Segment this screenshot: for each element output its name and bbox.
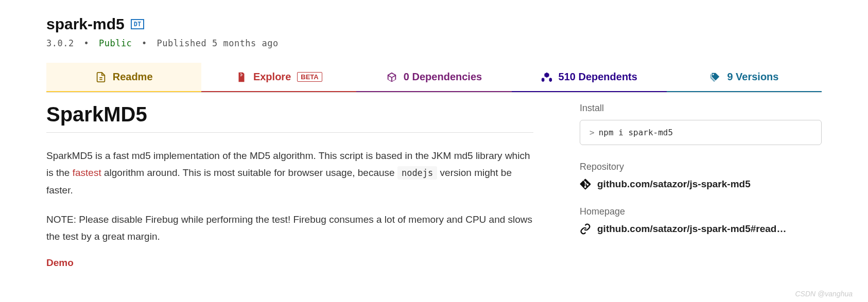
cubes-icon: [541, 72, 552, 83]
demo-link[interactable]: Demo: [46, 257, 74, 268]
prompt-icon: >: [589, 128, 595, 137]
tab-readme[interactable]: Readme: [46, 63, 201, 92]
fastest-link[interactable]: fastest: [73, 167, 101, 178]
tab-label: Explore: [253, 71, 291, 83]
version-text: 3.0.2: [46, 38, 74, 48]
readme-paragraph-1: SparkMD5 is a fast md5 implementation of…: [46, 147, 533, 199]
cube-icon: [386, 72, 397, 83]
svg-rect-4: [240, 75, 241, 76]
tab-label: Readme: [113, 71, 153, 83]
readme-icon: [95, 72, 107, 83]
published-text: Published 5 months ago: [157, 38, 279, 48]
repository-label: Repository: [580, 162, 822, 172]
svg-rect-3: [241, 74, 242, 75]
svg-rect-2: [240, 73, 241, 74]
tab-label: 510 Dependents: [559, 71, 637, 83]
nodejs-code: nodejs: [397, 166, 437, 180]
tags-icon: [709, 72, 721, 83]
tab-dependents[interactable]: 510 Dependents: [512, 63, 667, 92]
sidebar: Install >npm i spark-md5 Repository gith…: [580, 103, 822, 269]
readme-title: SparkMD5: [46, 103, 533, 133]
install-label: Install: [580, 103, 822, 114]
package-meta: 3.0.2 • Public • Published 5 months ago: [46, 38, 822, 48]
readme-paragraph-2: NOTE: Please disable Firebug while perfo…: [46, 211, 533, 245]
beta-badge: BETA: [297, 72, 322, 82]
tab-dependencies[interactable]: 0 Dependencies: [356, 63, 511, 92]
tab-versions[interactable]: 9 Versions: [667, 63, 822, 92]
tab-explore[interactable]: Explore BETA: [201, 63, 356, 92]
tab-label: 0 Dependencies: [404, 71, 482, 83]
readme-content: SparkMD5 SparkMD5 is a fast md5 implemen…: [46, 103, 533, 269]
archive-icon: [236, 72, 247, 83]
visibility-text: Public: [99, 38, 132, 48]
definitely-typed-badge[interactable]: DT: [131, 19, 144, 29]
git-icon: [580, 179, 591, 190]
homepage-label: Homepage: [580, 206, 822, 217]
repository-link[interactable]: github.com/satazor/js-spark-md5: [580, 179, 822, 190]
install-command[interactable]: >npm i spark-md5: [580, 120, 822, 145]
package-name: spark-md5: [46, 15, 125, 33]
link-icon: [580, 223, 591, 235]
tab-label: 9 Versions: [727, 71, 778, 83]
tabs-bar: Readme Explore BETA 0 Dependencies 510 D…: [46, 63, 822, 93]
homepage-link[interactable]: github.com/satazor/js-spark-md5#read…: [580, 223, 822, 235]
